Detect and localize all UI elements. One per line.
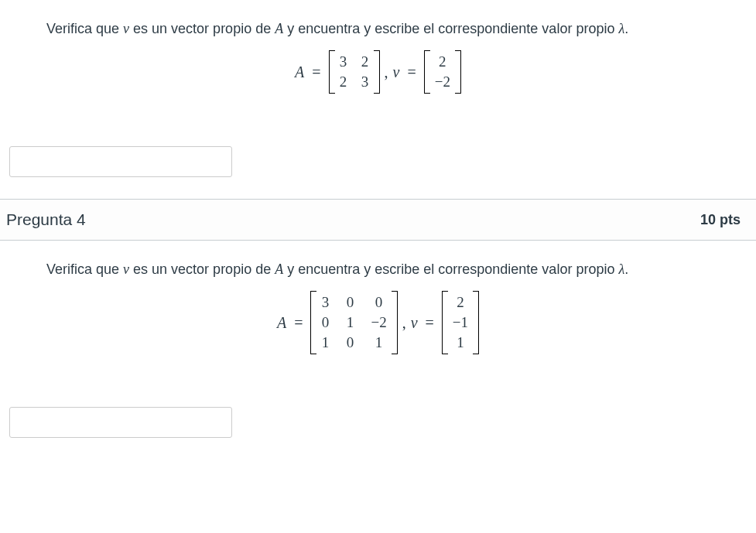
matrix-cell: 0: [346, 334, 354, 351]
matrix-cell: 1: [375, 334, 383, 351]
equals-sign: =: [426, 314, 434, 332]
matrix-cell: 3: [340, 53, 347, 70]
vector-v-label: v: [393, 63, 400, 81]
comma: ,: [385, 63, 388, 81]
prompt-text: y encuentra y escribe el correspondiente…: [283, 261, 618, 277]
answer-input[interactable]: [9, 407, 232, 438]
prompt-text: .: [624, 21, 628, 36]
matrix-A-label: A: [295, 63, 304, 81]
matrix-cell: 1: [346, 314, 354, 331]
var-v: v: [123, 21, 129, 36]
vector-cell: 2: [439, 53, 446, 70]
var-A: A: [275, 21, 283, 36]
question-title: Pregunta 4: [6, 210, 86, 229]
matrix-cell: 2: [361, 53, 369, 70]
vector-v: 2 −2: [424, 50, 461, 94]
question-4-header: Pregunta 4 10 pts: [0, 199, 756, 241]
question-4-prompt: Verifica que v es un vector propio de A …: [46, 260, 710, 279]
question-4-formula: A = 3 0 0 0 1 −2 1 0 1: [46, 291, 710, 354]
prompt-text: Verifica que: [46, 261, 123, 277]
matrix-cell: 1: [321, 334, 329, 351]
var-A: A: [275, 261, 283, 277]
equals-sign: =: [407, 63, 416, 81]
equals-sign: =: [294, 314, 303, 332]
matrix-cell: −2: [371, 314, 386, 331]
prompt-text: .: [624, 261, 628, 277]
var-v: v: [123, 261, 129, 277]
question-3-block: Verifica que v es un vector propio de A …: [0, 0, 756, 199]
vector-cell: 2: [457, 294, 464, 311]
question-3-prompt: Verifica que v es un vector propio de A …: [46, 19, 710, 39]
question-4-answer-row: [0, 393, 756, 460]
question-4-block: Verifica que v es un vector propio de A …: [0, 241, 756, 460]
matrix-A: 3 2 2 3: [329, 50, 380, 94]
question-3-answer-row: [0, 132, 756, 199]
matrix-A: 3 0 0 0 1 −2 1 0 1: [310, 291, 397, 354]
comma: ,: [402, 314, 406, 332]
vector-cell: −1: [453, 314, 468, 331]
question-3-formula: A = 3 2 2 3 , v =: [46, 50, 710, 94]
vector-v: 2 −1 1: [442, 291, 479, 354]
prompt-text: y encuentra y escribe el correspondiente…: [283, 21, 618, 36]
prompt-text: Verifica que: [46, 21, 123, 36]
prompt-text: es un vector propio de: [129, 261, 275, 277]
answer-input[interactable]: [9, 146, 232, 177]
vector-cell: −2: [435, 73, 450, 91]
vector-v-label: v: [411, 314, 418, 332]
vector-cell: 1: [457, 334, 464, 351]
matrix-cell: 0: [375, 294, 383, 311]
question-3-body: Verifica que v es un vector propio de A …: [0, 0, 756, 132]
matrix-cell: 3: [321, 294, 329, 311]
equals-sign: =: [312, 63, 320, 81]
question-points: 10 pts: [700, 212, 741, 228]
prompt-text: es un vector propio de: [129, 21, 275, 36]
matrix-cell: 3: [361, 73, 369, 91]
matrix-cell: 0: [321, 314, 329, 331]
matrix-cell: 2: [340, 73, 347, 91]
matrix-cell: 0: [346, 294, 354, 311]
matrix-A-label: A: [277, 314, 286, 332]
question-4-body: Verifica que v es un vector propio de A …: [0, 241, 756, 393]
